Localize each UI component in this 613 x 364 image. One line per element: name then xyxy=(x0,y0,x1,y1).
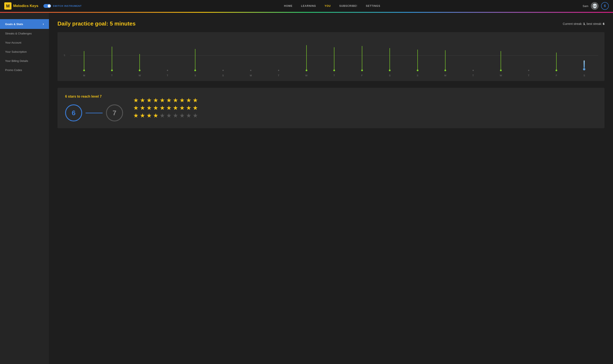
sidebar-item-streaks[interactable]: Streaks & Challenges xyxy=(0,29,49,38)
chart-bar-col: W xyxy=(292,39,320,77)
sidebar: Goals & Stats › Streaks & Challenges You… xyxy=(0,13,49,364)
chart-bar-day-label: W xyxy=(305,74,307,77)
chart-bar-day-label: F xyxy=(556,74,557,77)
star-icon: ★ xyxy=(166,97,172,103)
star-icon: ★ xyxy=(193,113,198,119)
star-icon: ★ xyxy=(147,113,152,119)
next-level-circle: 7 xyxy=(106,104,123,121)
chart-bar-col: S xyxy=(209,39,237,77)
chart-bar-day-label: S xyxy=(417,74,418,77)
star-icon: ★ xyxy=(186,105,191,111)
streak-info: Current streak: 1, best streak: 6 xyxy=(563,22,604,26)
star-icon: ★ xyxy=(166,113,172,119)
username-label: Sam xyxy=(583,4,588,8)
chart-bar-col: M xyxy=(431,39,459,77)
daily-goal-title: Daily practice goal: 5 minutes xyxy=(57,20,136,27)
main-content: Daily practice goal: 5 minutes Current s… xyxy=(49,13,613,364)
chart-bar-col: W xyxy=(126,39,154,77)
nav-center: HOME LEARNING YOU SUBSCRIBE! SETTINGS xyxy=(82,4,583,7)
star-icon: ★ xyxy=(173,97,178,103)
star-icon: ★ xyxy=(160,113,165,119)
nav-settings[interactable]: SETTINGS xyxy=(366,4,380,7)
star-icon: ★ xyxy=(133,113,138,119)
star-icon: ★ xyxy=(153,105,158,111)
main-layout: Goals & Stats › Streaks & Challenges You… xyxy=(0,13,613,364)
nav-home[interactable]: HOME xyxy=(284,4,292,7)
logo-text: Melodics Keys xyxy=(13,4,38,8)
star-icon: ★ xyxy=(153,113,158,119)
star-icon: ★ xyxy=(140,113,145,119)
star-icon: ★ xyxy=(147,97,152,103)
chart-bar-day-label: T xyxy=(278,74,279,77)
chart-bar-day-label: T xyxy=(167,74,168,77)
sidebar-item-account[interactable]: Your Account xyxy=(0,38,49,47)
level-section: 6 stars to reach level 7 6 7 ★★★★★★★★★★★… xyxy=(57,88,604,128)
stars-grid: ★★★★★★★★★★★★★★★★★★★★★★★★★★★★★★ xyxy=(133,97,198,119)
chart-bar-col: T xyxy=(515,39,543,77)
chart-bar-day-label: M xyxy=(83,74,85,77)
chart-bar-day-label: S xyxy=(194,74,196,77)
nav-subscribe[interactable]: SUBSCRIBE! xyxy=(339,4,357,7)
sidebar-item-goals-stats[interactable]: Goals & Stats › xyxy=(0,19,49,29)
star-icon: ★ xyxy=(166,105,172,111)
chart-bar-col: F xyxy=(543,39,571,77)
star-icon: ★ xyxy=(160,97,165,103)
logo[interactable]: M Melodics Keys xyxy=(4,2,38,10)
nav-right: Sam 💀 6 xyxy=(583,2,609,10)
chart-bar-day-label: T xyxy=(111,74,113,77)
chart-area: 5 MTWTSSMTWTFSSMTWTFS xyxy=(64,39,598,77)
chart-bar-day-label: W xyxy=(500,74,502,77)
toggle-thumb xyxy=(48,4,51,7)
chart-bar-col: T xyxy=(154,39,182,77)
switch-instrument-label: SWITCH INSTRUMENT xyxy=(53,5,82,7)
stars-row: ★★★★★★★★★★ xyxy=(133,113,198,119)
level-connector xyxy=(86,113,103,113)
chart-bar-day-label: F xyxy=(361,74,363,77)
chart-bar-day-label: M xyxy=(444,74,446,77)
level-badge[interactable]: 6 xyxy=(601,2,609,10)
chart-bar-col: S xyxy=(181,39,209,77)
stars-row: ★★★★★★★★★★ xyxy=(133,97,198,103)
chart-bar-day-label: S xyxy=(583,74,585,77)
stars-row: ★★★★★★★★★★ xyxy=(133,105,198,111)
star-icon: ★ xyxy=(193,97,198,103)
chart-bar-day-label: W xyxy=(138,74,141,77)
nav-you[interactable]: YOU xyxy=(325,4,331,7)
logo-icon: M xyxy=(4,2,12,10)
chart-bar-col: F xyxy=(348,39,376,77)
chart-bar-day-label: S xyxy=(222,74,224,77)
level-progress: 6 7 xyxy=(65,104,123,121)
sidebar-arrow-icon: › xyxy=(43,22,44,26)
chart-bar-col: T xyxy=(265,39,293,77)
switch-instrument-toggle[interactable] xyxy=(43,4,51,8)
star-icon: ★ xyxy=(179,97,185,103)
chart-bar-day-label: T xyxy=(472,74,474,77)
star-icon: ★ xyxy=(179,105,185,111)
chart-y-label: 5 xyxy=(64,54,65,57)
practice-chart: 5 MTWTSSMTWTFSSMTWTFS xyxy=(57,32,604,81)
chart-bars-wrapper: MTWTSSMTWTFSSMTWTFS xyxy=(64,39,598,77)
daily-goal-header: Daily practice goal: 5 minutes Current s… xyxy=(57,20,604,27)
star-icon: ★ xyxy=(147,105,152,111)
nav-learning[interactable]: LEARNING xyxy=(301,4,316,7)
level-info: 6 stars to reach level 7 6 7 xyxy=(65,95,123,121)
chart-bar-col: W xyxy=(487,39,515,77)
chart-bar-col: M xyxy=(237,39,265,77)
chart-bar-day-label: T xyxy=(528,74,529,77)
current-level-circle: 6 xyxy=(65,104,82,121)
sidebar-item-subscription[interactable]: Your Subscription xyxy=(0,47,49,56)
chart-bar-col: M xyxy=(70,39,98,77)
sidebar-item-billing[interactable]: Your Billing Details xyxy=(0,56,49,65)
star-icon: ★ xyxy=(133,105,138,111)
sidebar-item-promo[interactable]: Promo Codes xyxy=(0,65,49,75)
chart-bar-day-label: M xyxy=(250,74,252,77)
star-icon: ★ xyxy=(193,105,198,111)
top-navigation: M Melodics Keys SWITCH INSTRUMENT HOME L… xyxy=(0,0,613,12)
star-icon: ★ xyxy=(173,105,178,111)
star-icon: ★ xyxy=(186,97,191,103)
switch-instrument[interactable]: SWITCH INSTRUMENT xyxy=(43,4,82,8)
avatar-icon: 💀 xyxy=(592,3,598,9)
avatar[interactable]: 💀 xyxy=(591,2,599,10)
star-icon: ★ xyxy=(140,97,145,103)
star-icon: ★ xyxy=(140,105,145,111)
